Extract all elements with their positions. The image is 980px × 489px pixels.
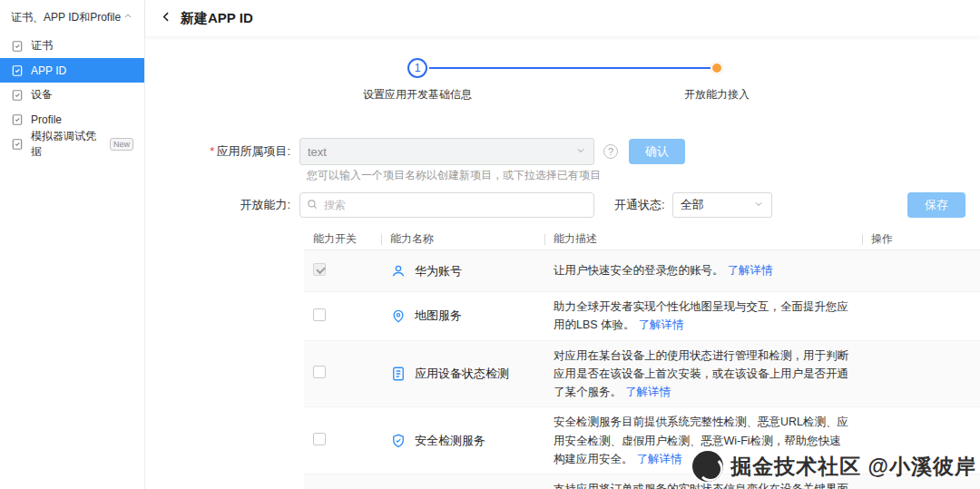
learn-more-link[interactable]: 了解详情: [639, 318, 684, 331]
profile-icon: [11, 113, 24, 126]
chevron-down-icon: [753, 199, 764, 212]
appid-icon: [11, 64, 24, 77]
sidebar-item-label: 设备: [31, 87, 53, 103]
search-input[interactable]: [299, 192, 594, 218]
sidebar-item-certificate[interactable]: 证书: [0, 34, 144, 58]
learn-more-link[interactable]: 了解详情: [728, 264, 773, 277]
step-1-indicator: 1: [407, 58, 427, 78]
save-button[interactable]: 保存: [907, 192, 965, 218]
sidebar-item-label: 模拟器调试凭据: [31, 129, 103, 160]
certificate-icon: [11, 40, 24, 53]
simulator-icon: [11, 138, 24, 151]
learn-more-link[interactable]: 了解详情: [625, 386, 671, 398]
project-select[interactable]: text: [299, 138, 594, 165]
step-1-label: 设置应用开发基础信息: [363, 87, 472, 103]
sidebar-item-appid[interactable]: APP ID: [0, 58, 144, 83]
capability-filter-row: 开放能力: 开通状态: 全部 保存: [145, 192, 980, 218]
project-label: *应用所属项目:: [145, 143, 299, 160]
capability-desc: 对应用在某台设备上的使用状态进行管理和检测，用于判断应用是否在该设备上首次安装，…: [554, 349, 848, 399]
confirm-button[interactable]: 确认: [629, 139, 685, 164]
table-row: 实况窗服务 支持应用将订单或服务的实时状态信息变化在设备关键界面展示，并支持用户…: [304, 474, 980, 489]
device-status-icon: [390, 366, 407, 382]
capability-search: [299, 192, 594, 218]
step-connector-line: [429, 67, 710, 69]
capability-desc: 支持应用将订单或服务的实时状态信息变化在设备关键界面展示，并支持用户点击实况窗进…: [554, 483, 848, 489]
table-row: 地图服务 助力全球开发者实现个性化地图呈现与交互，全面提升您应用的LBS 体验。…: [304, 292, 980, 341]
shield-icon: [390, 433, 407, 449]
sidebar-section-title[interactable]: 证书、APP ID和Profile: [0, 0, 144, 34]
project-select-value: text: [308, 145, 327, 159]
capability-label: 开放能力:: [145, 197, 299, 213]
sidebar-title-label: 证书、APP ID和Profile: [11, 10, 121, 25]
map-pin-icon: [390, 308, 407, 324]
new-badge: New: [110, 138, 133, 151]
capability-checkbox[interactable]: [313, 308, 326, 321]
column-header-operation: 操作: [862, 231, 980, 247]
status-select[interactable]: 全部: [672, 192, 772, 218]
user-icon: [390, 263, 407, 279]
project-form-row: *应用所属项目: text 确认: [145, 138, 980, 165]
app-window: 证书、APP ID和Profile 证书 APP ID 设备: [0, 0, 980, 489]
capability-table: 能力开关 能力名称 能力描述 操作 华为账号 让用户快: [304, 229, 980, 489]
column-header-switch: 能力开关: [304, 231, 381, 247]
step-2-label: 开放能力接入: [684, 87, 750, 103]
table-row: 应用设备状态检测 对应用在某台设备上的使用状态进行管理和检测，用于判断应用是否在…: [304, 341, 980, 408]
back-icon[interactable]: [160, 10, 173, 26]
step-2-indicator: [710, 62, 723, 74]
sidebar-item-simulator-credentials[interactable]: 模拟器调试凭据 New: [0, 132, 144, 156]
content: 1 设置应用开发基础信息 开放能力接入 *应用所属项目: text 确认: [145, 36, 980, 489]
capability-desc: 让用户快速安全的登录您的账号。: [554, 264, 724, 277]
page-header: 新建APP ID: [145, 0, 980, 36]
status-select-value: 全部: [681, 197, 704, 213]
sidebar-item-label: Profile: [31, 113, 62, 126]
project-help-text: 您可以输入一个项目名称以创建新项目，或下拉选择已有项目: [307, 168, 980, 183]
device-icon: [11, 89, 24, 102]
chevron-up-icon: [122, 11, 133, 24]
page-title: 新建APP ID: [181, 10, 253, 27]
capability-checkbox[interactable]: [313, 433, 326, 445]
capability-name: 应用设备状态检测: [415, 366, 509, 382]
sidebar-item-label: 证书: [31, 38, 53, 54]
capability-checkbox[interactable]: [313, 366, 326, 378]
table-header: 能力开关 能力名称 能力描述 操作: [304, 229, 980, 250]
capability-name: 华为账号: [415, 263, 462, 279]
sidebar-item-device[interactable]: 设备: [0, 83, 144, 107]
sidebar-item-label: APP ID: [31, 64, 66, 77]
capability-name: 地图服务: [415, 308, 462, 324]
column-header-desc: 能力描述: [544, 231, 862, 247]
search-icon: [306, 198, 318, 213]
help-icon[interactable]: [603, 144, 618, 159]
status-label: 开通状态:: [614, 197, 665, 213]
capability-desc: 助力全球开发者实现个性化地图呈现与交互，全面提升您应用的LBS 体验。: [554, 300, 848, 331]
capability-name: 安全检测服务: [415, 433, 485, 449]
table-row: 华为账号 让用户快速安全的登录您的账号。了解详情: [304, 250, 980, 292]
sidebar: 证书、APP ID和Profile 证书 APP ID 设备: [0, 0, 145, 489]
stepper: 1 设置应用开发基础信息 开放能力接入: [145, 58, 980, 114]
required-mark: *: [210, 144, 214, 158]
learn-more-link[interactable]: 了解详情: [637, 453, 682, 465]
column-header-name: 能力名称: [381, 231, 544, 247]
table-row: 安全检测服务 安全检测服务目前提供系统完整性检测、恶意URL检测、应用安全检测、…: [304, 407, 980, 474]
capability-desc: 安全检测服务目前提供系统完整性检测、恶意URL检测、应用安全检测、虚假用户检测、…: [554, 416, 848, 465]
table-body: 华为账号 让用户快速安全的登录您的账号。了解详情 地图服务: [304, 250, 980, 489]
chevron-down-icon: [575, 145, 586, 159]
capability-checkbox[interactable]: [313, 263, 326, 276]
main-area: 新建APP ID 1 设置应用开发基础信息 开放能力接入 *应用所属项目: te…: [145, 0, 980, 489]
